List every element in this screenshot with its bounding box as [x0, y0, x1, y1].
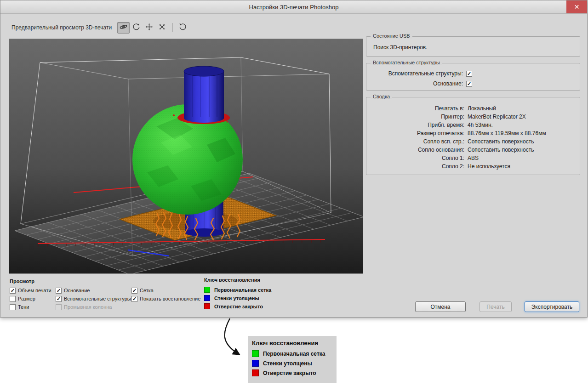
support-structures-group-title: Вспомогательные структуры — [371, 60, 442, 65]
usb-status-group-title: Состояние USB — [371, 33, 412, 39]
roll-camera-button[interactable] — [130, 22, 143, 34]
3d-scene-canvas — [9, 39, 363, 273]
orbit-camera-icon — [120, 23, 127, 32]
red-swatch — [252, 369, 259, 376]
view-option-shadows[interactable]: Тени — [10, 304, 51, 310]
callout-label: Стенки утолщены — [263, 360, 312, 367]
legend-label: Стенки утолщены — [214, 295, 259, 301]
option-label: Сетка — [140, 288, 154, 293]
reset-camera-button[interactable] — [177, 22, 189, 34]
dialog-buttons: Отмена Печать Экспортировать — [415, 301, 579, 312]
repair-key-legend: Ключ восстановления Первоначальная сетка… — [204, 277, 271, 312]
summary-key: Прибл. время: — [366, 122, 464, 128]
callout-item: Стенки утолщены — [252, 360, 332, 367]
raft-view-checkbox[interactable]: ✓ — [56, 288, 62, 294]
raft-row[interactable]: Основание: ✓ — [366, 79, 580, 89]
slide-camera-icon — [158, 23, 166, 32]
show-repair-checkbox[interactable]: ✓ — [131, 296, 137, 302]
view-option-show-repair[interactable]: ✓ Показать восстановление — [131, 295, 200, 302]
support-structures-group: Вспомогательные структуры Вспомогательны… — [366, 63, 580, 91]
preview-toolbar-label: Предварительный просмотр 3D-печати — [11, 24, 112, 31]
toolbar-separator — [172, 23, 173, 32]
option-label: Тени — [18, 304, 29, 310]
view-option-print-volume[interactable]: ✓ Объем печати — [10, 287, 51, 294]
summary-value: ABS — [468, 155, 479, 161]
summary-key: Принтер: — [366, 114, 464, 120]
repair-key-callout: Ключ восстановления Первоначальная сетка… — [248, 336, 337, 383]
view-option-supports[interactable]: ✓ Вспомогательные структуры — [56, 295, 131, 302]
option-label: Вспомогательные структуры — [64, 296, 131, 301]
summary-group: Сводка Печатать в: Локальный Принтер: Ma… — [366, 97, 580, 175]
summary-row: Сопло основания: Сопоставить поверхность — [366, 146, 580, 154]
legend-label: Отверстие закрыто — [214, 304, 263, 309]
usb-status-text: Поиск 3D-принтеров. — [366, 37, 580, 51]
callout-label: Отверстие закрыто — [263, 370, 316, 376]
support-structures-checkbox[interactable]: ✓ — [466, 71, 472, 77]
3d-print-settings-dialog: Настройки 3D-печати Photoshop ✕ Предвари… — [0, 0, 588, 318]
repair-key-title: Ключ восстановления — [204, 277, 271, 283]
print-button[interactable]: Печать — [480, 301, 512, 312]
summary-row: Сопло 1: ABS — [366, 154, 580, 162]
option-label: Промывная колонна — [64, 304, 112, 310]
pan-camera-button[interactable] — [143, 22, 155, 34]
close-button[interactable]: ✕ — [566, 0, 587, 13]
print-preview-viewport[interactable] — [9, 39, 363, 274]
view-option-raft[interactable]: ✓ Основание — [56, 287, 131, 294]
option-label: Основание — [64, 288, 90, 293]
raft-label: Основание: — [369, 80, 463, 87]
print-volume-checkbox[interactable]: ✓ — [10, 288, 16, 294]
preview-toolbar: Предварительный просмотр 3D-печати — [11, 21, 189, 34]
pan-camera-icon — [145, 23, 153, 32]
callout-title: Ключ восстановления — [252, 340, 332, 346]
roll-camera-icon — [132, 23, 140, 32]
view-option-mesh[interactable]: ✓ Сетка — [131, 287, 200, 294]
orbit-camera-button[interactable] — [117, 22, 130, 34]
summary-key: Сопло основания: — [366, 147, 464, 153]
window-title: Настройки 3D-печати Photoshop — [249, 4, 339, 11]
callout-item: Отверстие закрыто — [252, 369, 332, 376]
titlebar[interactable]: Настройки 3D-печати Photoshop ✕ — [0, 0, 587, 14]
summary-value: Локальный — [468, 105, 496, 112]
legend-item: Стенки утолщены — [204, 295, 271, 301]
red-swatch — [204, 303, 210, 309]
summary-row: Печатать в: Локальный — [366, 104, 580, 113]
summary-value: Сопоставить поверхность — [468, 138, 534, 145]
option-label: Показать восстановление — [140, 296, 200, 301]
legend-item: Отверстие закрыто — [204, 303, 271, 309]
legend-item: Первоначальная сетка — [204, 287, 271, 293]
summary-value: MakerBot Replicator 2X — [468, 114, 526, 120]
summary-key: Сопло 1: — [366, 155, 464, 161]
mesh-checkbox[interactable]: ✓ — [131, 288, 137, 294]
legend-label: Первоначальная сетка — [214, 287, 271, 293]
green-swatch — [252, 350, 259, 357]
summary-key: Сопло всп. стр.: — [366, 138, 464, 145]
slide-camera-button[interactable] — [156, 22, 168, 34]
summary-group-title: Сводка — [371, 94, 392, 99]
size-checkbox[interactable] — [10, 296, 16, 302]
view-options-column-2: ✓ Основание ✓ Вспомогательные структуры … — [56, 287, 131, 310]
model-cylinder-top — [184, 66, 224, 123]
green-swatch — [204, 287, 210, 293]
shadows-checkbox[interactable] — [10, 304, 16, 310]
purge-column-checkbox — [56, 304, 62, 310]
cancel-button[interactable]: Отмена — [415, 301, 466, 312]
summary-row: Сопло 2: Не используется — [366, 162, 580, 170]
support-structures-row[interactable]: Вспомогательные структуры: ✓ — [366, 68, 580, 79]
callout-arrow — [220, 318, 252, 361]
summary-value: Сопоставить поверхность — [468, 147, 534, 153]
view-options-column-3: ✓ Сетка ✓ Показать восстановление — [131, 287, 200, 302]
support-structures-label: Вспомогательные структуры: — [369, 70, 463, 77]
summary-key: Размер отпечатка: — [366, 130, 464, 136]
view-options-column-1: ✓ Объем печати Размер Тени — [10, 287, 51, 310]
summary-value: 88.76мм x 119.59мм x 88.76мм — [468, 130, 546, 136]
option-label: Объем печати — [18, 288, 51, 293]
blue-swatch — [252, 360, 259, 367]
option-label: Размер — [18, 296, 35, 301]
view-option-size[interactable]: Размер — [10, 295, 51, 302]
summary-row: Прибл. время: 4h 53мин. — [366, 121, 580, 129]
usb-status-group: Состояние USB Поиск 3D-принтеров. — [366, 36, 580, 57]
export-button[interactable]: Экспортировать — [525, 301, 579, 312]
blue-swatch — [204, 295, 210, 301]
raft-checkbox[interactable]: ✓ — [466, 81, 472, 87]
supports-view-checkbox[interactable]: ✓ — [56, 296, 62, 302]
